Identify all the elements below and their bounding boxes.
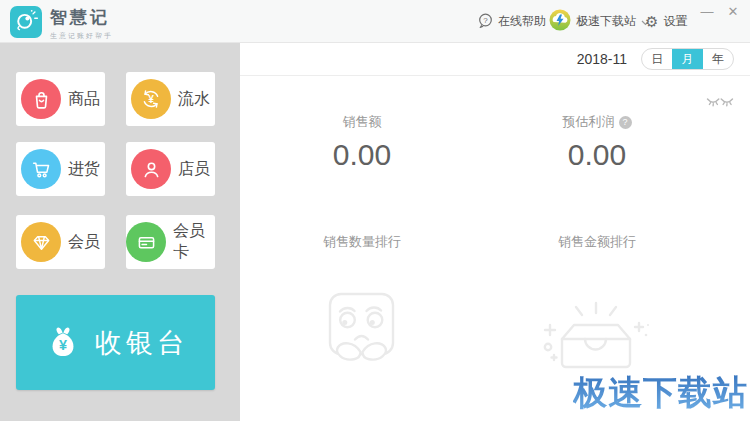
current-period-label: 2018-11 <box>577 51 627 67</box>
diamond-icon <box>21 222 61 262</box>
downloader-menu[interactable]: 极速下载站 <box>549 0 650 43</box>
person-icon <box>131 149 171 189</box>
sidebar-item-label: 流水 <box>178 89 210 110</box>
bag-icon <box>21 79 61 119</box>
stat-value: 0.00 <box>497 138 697 172</box>
sidebar-item-label: 进货 <box>68 159 100 180</box>
sidebar: 商品 ¥ 流水 进货 <box>0 43 240 421</box>
stat-label: 预估利润? <box>497 113 697 131</box>
downloader-logo-icon <box>549 9 571 34</box>
sidebar-item-staff[interactable]: 店员 <box>126 142 215 196</box>
estimated-profit-stat: 预估利润? 0.00 <box>497 113 697 172</box>
app-window: 智慧记 生意记账好帮手 ? 在线帮助 <box>0 0 750 421</box>
top-bar: 智慧记 生意记账好帮手 ? 在线帮助 <box>0 0 750 43</box>
empty-state-sad-box-illustration <box>314 289 409 385</box>
minimize-button[interactable]: — <box>696 2 718 22</box>
sidebar-item-members[interactable]: 会员 <box>16 215 105 269</box>
cart-icon <box>21 149 61 189</box>
settings-button[interactable]: ⚙ 设置 <box>645 0 687 43</box>
stat-value: 0.00 <box>262 138 462 172</box>
sidebar-item-member-cards[interactable]: 会员卡 <box>126 215 215 269</box>
app-tagline: 生意记账好帮手 <box>50 31 113 41</box>
sidebar-item-label: 店员 <box>178 159 210 180</box>
main-header: 2018-11 日 月 年 <box>240 43 750 76</box>
help-question-icon[interactable]: ? <box>619 116 632 129</box>
app-title-block: 智慧记 生意记账好帮手 <box>50 6 113 41</box>
yen-cycle-icon: ¥ <box>131 79 171 119</box>
help-bubble-icon: ? <box>478 13 493 31</box>
money-bag-icon: ¥ <box>43 321 83 365</box>
sales-quantity-ranking-label: 销售数量排行 <box>262 233 462 251</box>
sidebar-item-label: 会员 <box>68 232 100 253</box>
sales-amount-stat: 销售额 0.00 <box>262 113 462 172</box>
checkout-button[interactable]: ¥ 收银台 <box>16 295 215 390</box>
hide-amounts-eye-icon[interactable] <box>706 95 734 113</box>
card-icon <box>126 222 166 262</box>
tab-year[interactable]: 年 <box>703 49 733 69</box>
sidebar-item-products[interactable]: 商品 <box>16 72 105 126</box>
sidebar-item-purchasing[interactable]: 进货 <box>16 142 105 196</box>
tab-month[interactable]: 月 <box>672 49 702 69</box>
sidebar-item-transactions[interactable]: ¥ 流水 <box>126 72 215 126</box>
app-logo <box>10 6 42 38</box>
snail-logo-icon <box>12 6 40 38</box>
online-help-menu[interactable]: ? 在线帮助 <box>478 0 560 43</box>
download-site-watermark: 极速下载站 <box>573 370 748 416</box>
settings-label: 设置 <box>663 13 687 30</box>
sidebar-item-label: 商品 <box>68 89 100 110</box>
sidebar-item-label: 会员卡 <box>173 221 215 263</box>
svg-text:¥: ¥ <box>59 337 67 353</box>
online-help-label: 在线帮助 <box>498 13 546 30</box>
checkout-label: 收银台 <box>95 325 188 361</box>
downloader-label: 极速下载站 <box>576 13 636 30</box>
gear-icon: ⚙ <box>645 14 658 29</box>
close-button[interactable]: ✕ <box>722 2 744 22</box>
app-name: 智慧记 <box>50 6 113 29</box>
period-segmented-control: 日 月 年 <box>641 48 734 70</box>
stat-label: 销售额 <box>262 113 462 131</box>
svg-text:¥: ¥ <box>148 94 154 105</box>
main-panel: 2018-11 日 月 年 销售额 0.00 预估利润? 0.00 <box>240 43 750 421</box>
svg-text:?: ? <box>483 15 488 24</box>
tab-day[interactable]: 日 <box>642 49 672 69</box>
sales-amount-ranking-label: 销售金额排行 <box>497 233 697 251</box>
